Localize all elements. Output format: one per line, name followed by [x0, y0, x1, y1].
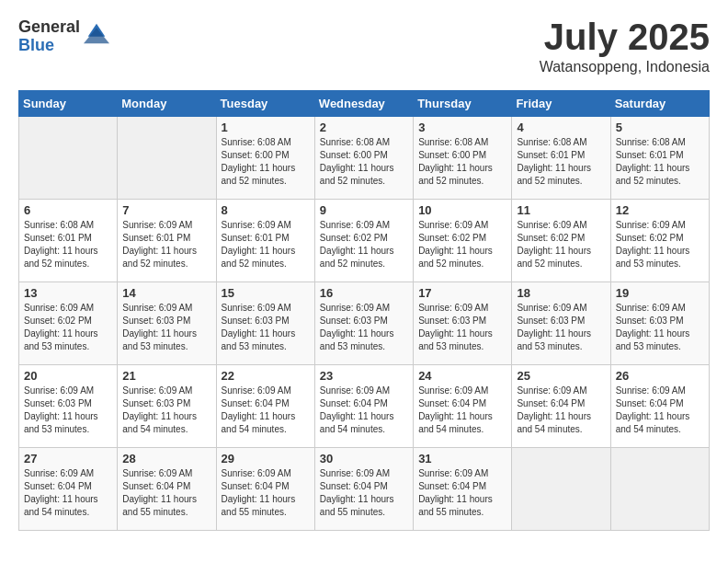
cell-content: Sunrise: 6:08 AM Sunset: 6:00 PM Dayligh…: [222, 136, 310, 188]
day-number: 29: [222, 452, 310, 465]
cell-content: Sunrise: 6:09 AM Sunset: 6:04 PM Dayligh…: [418, 467, 506, 519]
cell-content: Sunrise: 6:09 AM Sunset: 6:03 PM Dayligh…: [616, 302, 704, 353]
calendar-cell: 13Sunrise: 6:09 AM Sunset: 6:02 PM Dayli…: [19, 282, 118, 365]
calendar-body: 1Sunrise: 6:08 AM Sunset: 6:00 PM Daylig…: [19, 117, 710, 531]
header-day: Monday: [118, 91, 216, 117]
cell-content: Sunrise: 6:09 AM Sunset: 6:02 PM Dayligh…: [24, 302, 112, 353]
cell-content: Sunrise: 6:09 AM Sunset: 6:04 PM Dayligh…: [24, 467, 112, 519]
calendar-week: 13Sunrise: 6:09 AM Sunset: 6:02 PM Dayli…: [19, 282, 710, 365]
cell-content: Sunrise: 6:09 AM Sunset: 6:02 PM Dayligh…: [418, 219, 506, 270]
calendar-cell: 21Sunrise: 6:09 AM Sunset: 6:03 PM Dayli…: [118, 365, 216, 448]
cell-content: Sunrise: 6:09 AM Sunset: 6:04 PM Dayligh…: [320, 467, 408, 519]
day-number: 1: [222, 121, 310, 134]
calendar-cell: 15Sunrise: 6:09 AM Sunset: 6:03 PM Dayli…: [216, 282, 314, 365]
day-number: 2: [320, 121, 408, 134]
calendar-cell: 23Sunrise: 6:09 AM Sunset: 6:04 PM Dayli…: [314, 365, 413, 448]
calendar-cell: 29Sunrise: 6:09 AM Sunset: 6:04 PM Dayli…: [216, 448, 314, 531]
cell-content: Sunrise: 6:09 AM Sunset: 6:04 PM Dayligh…: [122, 467, 210, 519]
cell-content: Sunrise: 6:08 AM Sunset: 6:00 PM Dayligh…: [320, 136, 408, 188]
header-day: Saturday: [610, 91, 709, 117]
calendar-cell: 2Sunrise: 6:08 AM Sunset: 6:00 PM Daylig…: [314, 117, 413, 200]
calendar-cell: 25Sunrise: 6:09 AM Sunset: 6:04 PM Dayli…: [512, 365, 610, 448]
cell-content: Sunrise: 6:09 AM Sunset: 6:01 PM Dayligh…: [122, 219, 210, 270]
day-number: 28: [122, 452, 210, 465]
calendar-cell: 3Sunrise: 6:08 AM Sunset: 6:00 PM Daylig…: [414, 117, 512, 200]
day-number: 21: [122, 369, 210, 383]
day-number: 10: [418, 203, 506, 217]
day-number: 23: [320, 369, 408, 383]
calendar-cell: 6Sunrise: 6:08 AM Sunset: 6:01 PM Daylig…: [19, 200, 118, 282]
calendar-cell: [512, 448, 610, 531]
day-number: 30: [320, 452, 408, 465]
day-number: 4: [517, 121, 605, 134]
day-number: 20: [24, 369, 112, 383]
calendar-cell: 20Sunrise: 6:09 AM Sunset: 6:03 PM Dayli…: [19, 365, 118, 448]
calendar-week: 1Sunrise: 6:08 AM Sunset: 6:00 PM Daylig…: [19, 117, 710, 200]
day-number: 14: [122, 286, 210, 300]
cell-content: Sunrise: 6:09 AM Sunset: 6:04 PM Dayligh…: [222, 385, 310, 436]
calendar-cell: 24Sunrise: 6:09 AM Sunset: 6:04 PM Dayli…: [414, 365, 512, 448]
calendar-cell: 4Sunrise: 6:08 AM Sunset: 6:01 PM Daylig…: [512, 117, 610, 200]
day-number: 19: [616, 286, 704, 300]
cell-content: Sunrise: 6:08 AM Sunset: 6:01 PM Dayligh…: [616, 136, 704, 188]
calendar-cell: [19, 117, 118, 200]
calendar-header: SundayMondayTuesdayWednesdayThursdayFrid…: [19, 91, 710, 117]
cell-content: Sunrise: 6:08 AM Sunset: 6:01 PM Dayligh…: [517, 136, 605, 188]
day-number: 26: [616, 369, 704, 383]
calendar-cell: [610, 448, 709, 531]
calendar-cell: 28Sunrise: 6:09 AM Sunset: 6:04 PM Dayli…: [118, 448, 216, 531]
location: Watansoppeng, Indonesia: [540, 59, 710, 75]
header-day: Tuesday: [216, 91, 314, 117]
calendar-table: SundayMondayTuesdayWednesdayThursdayFrid…: [18, 90, 710, 531]
day-number: 13: [24, 286, 112, 300]
cell-content: Sunrise: 6:09 AM Sunset: 6:03 PM Dayligh…: [320, 302, 408, 353]
logo-general: General: [18, 18, 80, 37]
calendar-week: 27Sunrise: 6:09 AM Sunset: 6:04 PM Dayli…: [19, 448, 710, 531]
cell-content: Sunrise: 6:08 AM Sunset: 6:00 PM Dayligh…: [418, 136, 506, 188]
day-number: 25: [517, 369, 605, 383]
calendar-cell: 22Sunrise: 6:09 AM Sunset: 6:04 PM Dayli…: [216, 365, 314, 448]
cell-content: Sunrise: 6:09 AM Sunset: 6:02 PM Dayligh…: [517, 219, 605, 270]
day-number: 24: [418, 369, 506, 383]
calendar-cell: 19Sunrise: 6:09 AM Sunset: 6:03 PM Dayli…: [610, 282, 709, 365]
day-number: 27: [24, 452, 112, 465]
day-number: 6: [24, 203, 112, 217]
calendar-week: 6Sunrise: 6:08 AM Sunset: 6:01 PM Daylig…: [19, 200, 710, 282]
cell-content: Sunrise: 6:09 AM Sunset: 6:03 PM Dayligh…: [24, 385, 112, 436]
cell-content: Sunrise: 6:09 AM Sunset: 6:02 PM Dayligh…: [320, 219, 408, 270]
day-number: 15: [222, 286, 310, 300]
calendar-cell: 9Sunrise: 6:09 AM Sunset: 6:02 PM Daylig…: [314, 200, 413, 282]
day-number: 3: [418, 121, 506, 134]
calendar-week: 20Sunrise: 6:09 AM Sunset: 6:03 PM Dayli…: [19, 365, 710, 448]
logo-blue: Blue: [18, 37, 80, 55]
day-number: 18: [517, 286, 605, 300]
cell-content: Sunrise: 6:09 AM Sunset: 6:03 PM Dayligh…: [517, 302, 605, 353]
day-number: 31: [418, 452, 506, 465]
header-day: Friday: [512, 91, 610, 117]
calendar-cell: [118, 117, 216, 200]
cell-content: Sunrise: 6:09 AM Sunset: 6:04 PM Dayligh…: [517, 385, 605, 436]
calendar-cell: 30Sunrise: 6:09 AM Sunset: 6:04 PM Dayli…: [314, 448, 413, 531]
calendar-cell: 18Sunrise: 6:09 AM Sunset: 6:03 PM Dayli…: [512, 282, 610, 365]
header-day: Thursday: [414, 91, 512, 117]
day-number: 17: [418, 286, 506, 300]
calendar-cell: 31Sunrise: 6:09 AM Sunset: 6:04 PM Dayli…: [414, 448, 512, 531]
calendar-cell: 14Sunrise: 6:09 AM Sunset: 6:03 PM Dayli…: [118, 282, 216, 365]
logo-icon: [84, 19, 109, 45]
logo-text: General Blue: [18, 18, 80, 55]
calendar-cell: 17Sunrise: 6:09 AM Sunset: 6:03 PM Dayli…: [414, 282, 512, 365]
day-number: 5: [616, 121, 704, 134]
header-day: Sunday: [19, 91, 118, 117]
svg-marker-1: [84, 28, 109, 43]
day-number: 8: [222, 203, 310, 217]
cell-content: Sunrise: 6:09 AM Sunset: 6:04 PM Dayligh…: [616, 385, 704, 436]
day-number: 12: [616, 203, 704, 217]
title-block: July 2025 Watansoppeng, Indonesia: [540, 18, 710, 75]
day-number: 22: [222, 369, 310, 383]
calendar-cell: 27Sunrise: 6:09 AM Sunset: 6:04 PM Dayli…: [19, 448, 118, 531]
day-number: 7: [122, 203, 210, 217]
cell-content: Sunrise: 6:09 AM Sunset: 6:04 PM Dayligh…: [418, 385, 506, 436]
day-number: 16: [320, 286, 408, 300]
cell-content: Sunrise: 6:08 AM Sunset: 6:01 PM Dayligh…: [24, 219, 112, 270]
calendar-cell: 26Sunrise: 6:09 AM Sunset: 6:04 PM Dayli…: [610, 365, 709, 448]
